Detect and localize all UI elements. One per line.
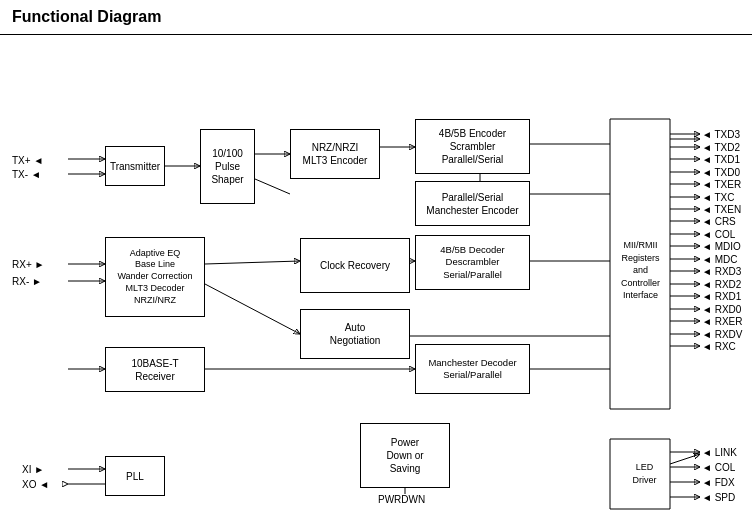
- pll-block: PLL: [105, 456, 165, 496]
- transmitter-block: Transmitter: [105, 146, 165, 186]
- mdc-label: ◄ MDC: [702, 254, 737, 265]
- rxd2-label: ◄ RXD2: [702, 279, 741, 290]
- xo-label: XO ◄: [22, 479, 49, 490]
- power-down-block: Power Down or Saving: [360, 423, 450, 488]
- rxd0-label: ◄ RXD0: [702, 304, 741, 315]
- svg-line-4: [255, 179, 290, 194]
- fdx-label: ◄ FDX: [702, 477, 735, 488]
- clock-recovery-block: Clock Recovery: [300, 238, 410, 293]
- txen-label: ◄ TXEN: [702, 204, 741, 215]
- mii-rmii-label: MII/RMII Registers and Controller Interf…: [613, 239, 668, 302]
- diagram-area: Transmitter 10/100 Pulse Shaper NRZ/NRZI…: [0, 39, 752, 514]
- adaptive-eq-block: Adaptive EQ Base Line Wander Correction …: [105, 237, 205, 317]
- rxd3-label: ◄ RXD3: [702, 266, 741, 277]
- txer-label: ◄ TXER: [702, 179, 741, 190]
- auto-negotiation-block: Auto Negotiation: [300, 309, 410, 359]
- txd1-label: ◄ TXD1: [702, 154, 740, 165]
- link-label: ◄ LINK: [702, 447, 737, 458]
- nrz-encoder-block: NRZ/NRZI MLT3 Encoder: [290, 129, 380, 179]
- page-title: Functional Diagram: [0, 0, 752, 35]
- led-driver-label: LED Driver: [622, 461, 667, 486]
- manchester-encoder-block: Parallel/Serial Manchester Encoder: [415, 181, 530, 226]
- svg-line-13: [205, 284, 300, 334]
- txd3-label: ◄ TXD3: [702, 129, 740, 140]
- crs-label: ◄ CRS: [702, 216, 736, 227]
- txd2-label: ◄ TXD2: [702, 142, 740, 153]
- rxer-label: ◄ RXER: [702, 316, 742, 327]
- mdio-label: ◄ MDIO: [702, 241, 741, 252]
- rxd1-label: ◄ RXD1: [702, 291, 741, 302]
- pwrdwn-label: PWRDWN: [378, 494, 425, 505]
- rxdv-label: ◄ RXDV: [702, 329, 742, 340]
- txd0-label: ◄ TXD0: [702, 167, 740, 178]
- svg-line-23: [670, 454, 700, 464]
- col-label: ◄ COL: [702, 229, 735, 240]
- decoder-4b5b-block: 4B/5B Decoder Descrambler Serial/Paralle…: [415, 235, 530, 290]
- rx-minus-label: RX- ►: [12, 276, 42, 287]
- pulse-shaper-block: 10/100 Pulse Shaper: [200, 129, 255, 204]
- manchester-decoder-block: Manchester Decoder Serial/Parallel: [415, 344, 530, 394]
- spd-label: ◄ SPD: [702, 492, 735, 503]
- tx-minus-label: TX- ◄: [12, 169, 41, 180]
- svg-line-12: [205, 261, 300, 264]
- col2-label: ◄ COL: [702, 462, 735, 473]
- xi-label: XI ►: [22, 464, 44, 475]
- rxc-label: ◄ RXC: [702, 341, 736, 352]
- tx-plus-label: TX+ ◄: [12, 155, 43, 166]
- encoder-4b5b-block: 4B/5B Encoder Scrambler Parallel/Serial: [415, 119, 530, 174]
- rx-plus-label: RX+ ►: [12, 259, 44, 270]
- receiver-10base-block: 10BASE-T Receiver: [105, 347, 205, 392]
- txc-label: ◄ TXC: [702, 192, 735, 203]
